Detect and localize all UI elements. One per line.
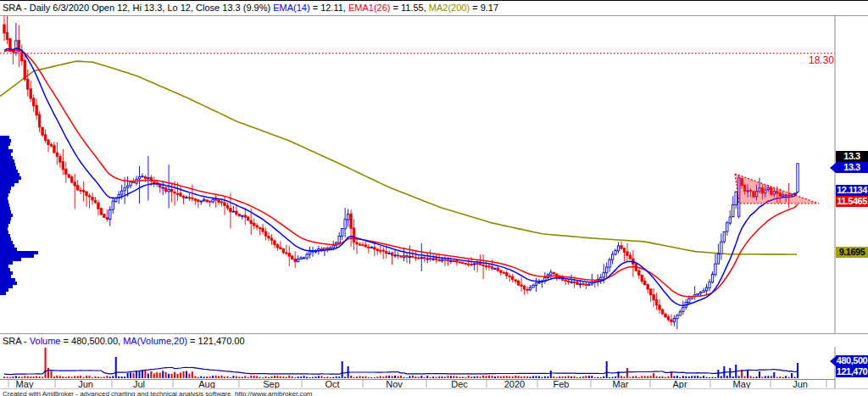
volume-tag-ma: 121,470 bbox=[836, 366, 868, 377]
price-tag-ma200: 9.1695 bbox=[836, 247, 868, 258]
level-line-label: 18.30 bbox=[800, 54, 834, 66]
volume-ma-label: MA(Volume,20) bbox=[123, 336, 187, 346]
price-tag-high: 13.3 bbox=[836, 151, 868, 162]
amibroker-window: SRA - Daily 6/3/2020 Open 12, Hi 13.3, L… bbox=[0, 0, 868, 396]
volume-pane-title: SRA - Volume = 480,500.00, MA(Volume,20)… bbox=[0, 333, 868, 347]
volume-label: Volume bbox=[30, 336, 61, 346]
price-tag-ema26: 11.5465 bbox=[836, 196, 868, 207]
date-axis[interactable]: MayJunJulAugSepOctNovDec2020FebMarAprMay… bbox=[0, 380, 835, 388]
volume-tag-current: 480,500 bbox=[836, 355, 868, 366]
price-tag-ema14: 12.1134 bbox=[836, 185, 868, 196]
price-tag-close: 13.3 bbox=[836, 162, 868, 173]
status-bar: Created with AmiBroker - advanced charti… bbox=[0, 388, 868, 396]
